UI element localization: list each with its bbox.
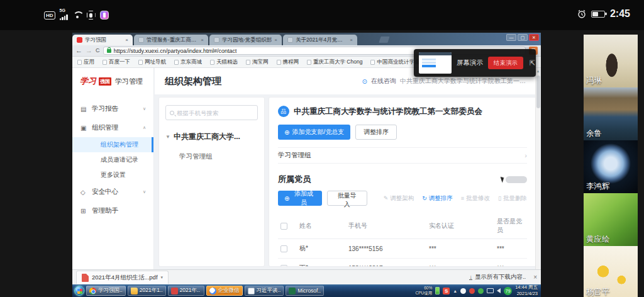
sidebar-item[interactable]: 成员邀请记录: [72, 152, 153, 167]
maximize-button[interactable]: ▢: [518, 34, 528, 41]
add-member-button[interactable]: ⊕添加成员: [278, 191, 322, 206]
sidebar-item[interactable]: 组织架构管理: [72, 137, 153, 152]
tray-red-app-icon[interactable]: [469, 288, 475, 294]
start-button[interactable]: [74, 286, 84, 296]
action-link-label: 批量删除: [503, 194, 527, 203]
bookmark-item[interactable]: 应用: [77, 59, 94, 66]
member-action-link[interactable]: 批量删除: [498, 194, 527, 203]
browser-tab[interactable]: 学习强国 ×: [72, 35, 133, 45]
tray-expand-icon[interactable]: ▲: [453, 289, 457, 293]
tab-close-icon[interactable]: ×: [125, 37, 128, 43]
participant-video-tile[interactable]: 黄应绘: [584, 193, 638, 246]
bookmark-item[interactable]: 网址导航: [138, 59, 166, 66]
page-scrollbar[interactable]: ▲: [535, 68, 540, 269]
show-all-downloads-link[interactable]: ↓ 显示所有下载内容..: [469, 273, 526, 281]
bookmark-item[interactable]: 天猫精选: [210, 59, 238, 66]
downloaded-file-chip[interactable]: 2021年4月组织生活...pdf ▾: [76, 271, 169, 284]
sidebar-item[interactable]: 更多设置: [72, 167, 153, 182]
taskbar-item[interactable]: 2021年..: [168, 286, 204, 296]
browser-tab[interactable]: 管理服务-重庆工商大学 ×: [134, 35, 208, 45]
batch-import-button[interactable]: 批量导入: [327, 191, 367, 206]
participant-video-tile[interactable]: 李鸿辉: [584, 140, 638, 193]
sidebar-item-label: 组织管理: [92, 123, 118, 132]
participant-video-tile[interactable]: 冯琳: [584, 35, 638, 87]
taskbar-item[interactable]: 2021年1..: [128, 286, 166, 296]
member-action-link[interactable]: 调整架构: [384, 194, 414, 203]
share-status-label: 屏幕演示: [457, 59, 483, 67]
minimize-button[interactable]: —: [506, 34, 516, 41]
tray-battery-icon: [435, 287, 440, 294]
sidebar-item[interactable]: 学习报告 ∨: [72, 99, 153, 118]
tree-root-node[interactable]: ▼ 中共重庆工商大学...: [165, 132, 258, 142]
taskbar-item-icon: [289, 288, 296, 294]
tab-close-icon[interactable]: ×: [350, 37, 353, 43]
bookmark-item[interactable]: 京东商城: [174, 59, 202, 66]
taskbar-item-label: 习近平谈..: [257, 287, 281, 294]
end-share-button[interactable]: 结束演示: [488, 57, 523, 69]
expand-overlay-icon[interactable]: ⇱: [530, 59, 535, 67]
speaker-icon[interactable]: [497, 288, 501, 293]
scrollbar-thumb[interactable]: [536, 76, 540, 108]
health-score-badge[interactable]: 79: [504, 287, 512, 295]
tree-caret-icon[interactable]: ▼: [165, 134, 170, 140]
bookmark-item[interactable]: 百度一下: [103, 59, 130, 66]
sidebar-item-label: 安全中心: [92, 188, 118, 196]
add-branch-button[interactable]: ⊕添加党支部/党总支: [278, 125, 350, 140]
sidebar-menu: 学习报告 ∨ 组织管理 ∧ 组织架构管理: [72, 99, 153, 220]
bookmark-item[interactable]: 中国商业统计学会: [370, 59, 419, 66]
member-action-link[interactable]: 调整排序: [422, 194, 453, 203]
participant-video-tile[interactable]: 余鲁: [584, 87, 638, 140]
sidebar-item[interactable]: 管理助手: [72, 201, 153, 220]
chevron-icon: ∨: [143, 189, 146, 194]
action-link-label: 调整排序: [429, 194, 453, 203]
bookmark-label: 淘宝网: [252, 59, 269, 66]
tray-green-app-icon[interactable]: [478, 288, 484, 294]
select-all-checkbox[interactable]: [280, 223, 287, 230]
row-checkbox[interactable]: [280, 265, 287, 266]
download-bar-close-icon[interactable]: ×: [533, 274, 537, 281]
search-input[interactable]: [177, 109, 253, 116]
cpu-meter: 60% CPU使用: [415, 286, 432, 296]
cell-phone: 158****2817: [346, 259, 426, 267]
tab-title: 关于2021年4月党的组织..: [296, 36, 347, 44]
reload-button[interactable]: C: [96, 48, 100, 53]
cell-party: ***: [494, 239, 527, 259]
taskbar-item[interactable]: 企业微信: [206, 286, 243, 296]
taskbar-item[interactable]: Microsof..: [286, 286, 324, 296]
row-checkbox[interactable]: [280, 245, 287, 252]
sidebar-item[interactable]: 安全中心 ∨: [72, 182, 153, 201]
bookmark-item[interactable]: 携程网: [277, 59, 299, 66]
windows-taskbar: 学习强国.. 2021年1.. 2021年.. 企业微信: [72, 284, 541, 297]
table-header-row: 姓名 手机号 实名认证 是否是党员: [278, 213, 527, 239]
notification-bell-icon[interactable]: [460, 288, 466, 294]
bookmark-item[interactable]: 淘宝网: [246, 59, 269, 66]
online-help-link[interactable]: 在线咨询: [371, 77, 396, 86]
tab-close-icon[interactable]: ×: [201, 37, 204, 43]
sidebar-item[interactable]: 组织管理 ∧: [72, 118, 153, 137]
close-button[interactable]: ✕: [529, 34, 539, 41]
group-row[interactable]: 学习管理组 ›: [278, 147, 527, 164]
forward-button[interactable]: →: [86, 47, 92, 54]
sogou-input-icon[interactable]: S: [443, 288, 450, 294]
taskbar-item-label: 学习强国..: [98, 287, 123, 294]
browser-tab[interactable]: 学习园地-党委组织部 ×: [209, 35, 282, 45]
phone-search-box[interactable]: [165, 105, 258, 120]
taskbar-item[interactable]: 习近平谈..: [245, 286, 284, 296]
page-title: 组织架构管理: [165, 76, 221, 87]
taskbar-clock[interactable]: 14:44 周五 2021/4/23: [515, 284, 539, 297]
tab-close-icon[interactable]: ×: [274, 37, 277, 43]
browser-tab[interactable]: 关于2021年4月党的组织.. ×: [283, 35, 357, 45]
taskbar-item[interactable]: 学习强国..: [86, 286, 126, 296]
adjust-order-button[interactable]: 调整排序: [355, 125, 397, 140]
back-button[interactable]: ←: [75, 47, 82, 54]
tree-child-node[interactable]: 学习管理组: [179, 152, 258, 161]
tab-favicon-icon: [138, 37, 144, 43]
participant-video-tile[interactable]: 杨官平: [584, 246, 638, 297]
sidebar-item-label: 组织架构管理: [101, 140, 138, 149]
download-bar: 2021年4月组织生活...pdf ▾ ↓ 显示所有下载内容.. ×: [72, 269, 541, 284]
file-menu-caret-icon[interactable]: ▾: [161, 275, 164, 280]
network-monitor-icon[interactable]: [487, 288, 494, 293]
bookmark-item[interactable]: 重庆工商大学 Chong: [307, 59, 362, 66]
scroll-up-icon[interactable]: ▲: [536, 68, 540, 74]
member-action-link[interactable]: 批量修改: [461, 194, 490, 203]
